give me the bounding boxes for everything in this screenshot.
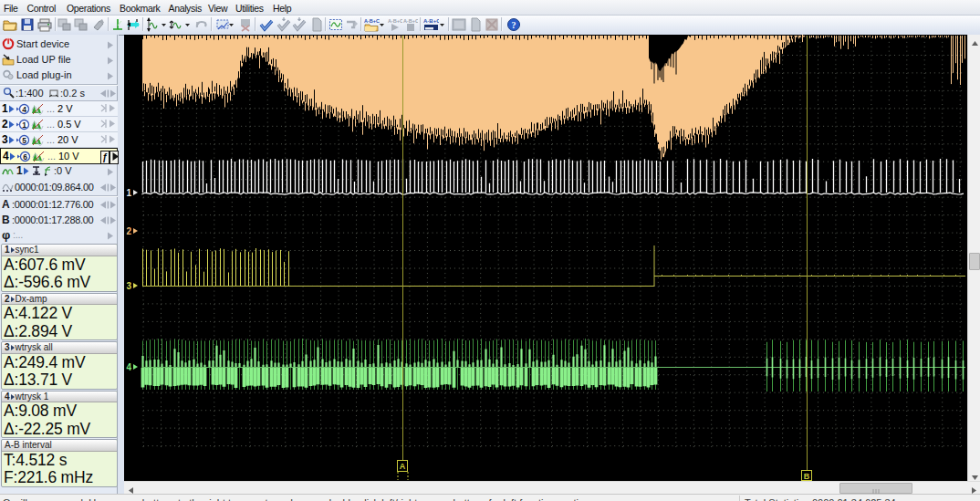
svg-text:3: 3 (127, 281, 132, 291)
svg-text:2: 2 (127, 226, 132, 236)
svg-text:A·B+C: A·B+C (388, 18, 402, 24)
svg-text:1: 1 (127, 188, 132, 198)
svg-text:4: 4 (22, 105, 26, 114)
svg-text:?: ? (512, 20, 516, 30)
svg-text:A·B+C: A·B+C (364, 18, 380, 24)
svg-text:1: 1 (22, 120, 26, 130)
svg-text:A·B+C: A·B+C (403, 18, 418, 24)
svg-text:6: 6 (23, 152, 27, 162)
svg-text:5: 5 (22, 136, 26, 145)
svg-text:A: A (400, 462, 406, 471)
svg-text:B: B (804, 472, 810, 481)
svg-text:4: 4 (127, 362, 132, 372)
svg-text:A·B+C: A·B+C (423, 18, 439, 24)
